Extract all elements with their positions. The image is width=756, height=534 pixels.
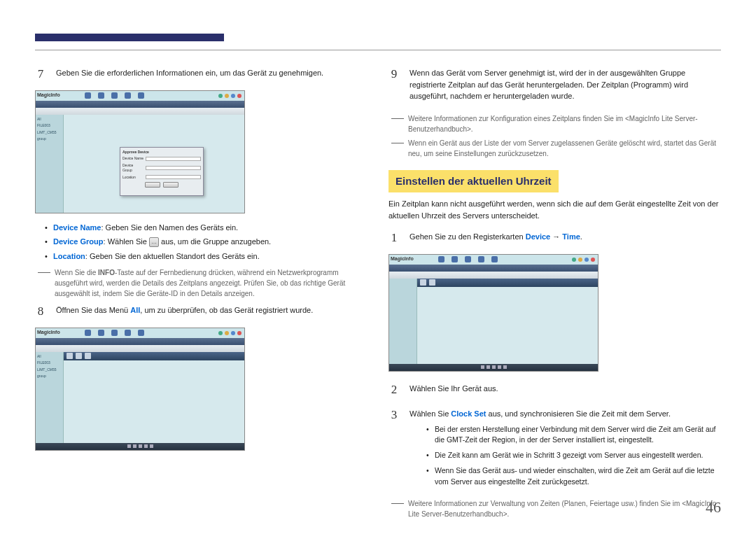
menu-bar — [36, 101, 244, 108]
main-toolbar — [417, 279, 598, 287]
pagination-footer — [36, 443, 244, 450]
step-number: 7 — [35, 64, 46, 83]
sidebar-item: FILE003 — [37, 123, 62, 129]
sidebar: All FILE003 LIMT_CM55 group — [36, 115, 64, 213]
location-input[interactable] — [146, 175, 201, 179]
step7-bullets: Device Name: Geben Sie den Namen des Ger… — [45, 222, 368, 262]
header-rule — [35, 50, 721, 50]
status-dots — [218, 331, 241, 335]
step-number: 2 — [388, 380, 400, 399]
devicegroup-input[interactable] — [146, 166, 201, 170]
main-area: Approve Device Device Name Device Group … — [64, 115, 244, 213]
toolbar-icon[interactable] — [429, 279, 435, 286]
status-dots — [572, 258, 595, 262]
step-7: 7 Geben Sie die erforderlichen Informati… — [35, 64, 368, 83]
cancel-button[interactable] — [163, 182, 178, 188]
main-area — [64, 352, 244, 450]
browse-icon[interactable]: … — [149, 237, 159, 247]
dash-icon — [391, 143, 404, 143]
bullet-device-group: Device Group: Wählen Sie … aus, um die G… — [45, 236, 368, 248]
bullet-device-name: Device Name: Geben Sie den Namen des Ger… — [45, 222, 368, 234]
toolbar-icon[interactable] — [85, 353, 91, 359]
sub-bar — [36, 345, 244, 352]
step-t1-text: Gehen Sie zu den Registerkarten Device →… — [410, 231, 721, 243]
note-schedule-config: Weitere Informationen zur Konfiguration … — [391, 113, 721, 134]
step-number: 3 — [388, 405, 400, 424]
dash-icon — [38, 272, 50, 273]
app-logo: MagicInfo — [37, 329, 60, 337]
menu-bar — [389, 265, 598, 272]
sidebar: All FILE003 LIMT_CM55 group — [36, 352, 64, 450]
step-9-text: Wenn das Gerät vom Server genehmigt ist,… — [410, 67, 721, 102]
pagination-footer — [389, 364, 598, 371]
section-heading-time: Einstellen der aktuellen Uhrzeit — [388, 170, 559, 193]
step-time-1: 1 Gehen Sie zu den Registerkarten Device… — [388, 228, 721, 247]
top-nav-icons — [85, 92, 144, 99]
menu-bar — [36, 338, 244, 345]
app-logo: MagicInfo — [37, 92, 60, 99]
step-time-3: 3 Wählen Sie Clock Set aus, und synchron… — [388, 405, 721, 491]
time-intro: Ein Zeitplan kann nicht ausgeführt werde… — [388, 198, 721, 221]
step-t3-bullets: Bei der ersten Herstellung einer Verbind… — [426, 424, 721, 488]
dash-icon — [391, 503, 404, 504]
step-9: 9 Wenn das Gerät vom Server genehmigt is… — [388, 64, 721, 106]
right-column: 9 Wenn das Gerät vom Server genehmigt is… — [388, 64, 721, 522]
step-8: 8 Öffnen Sie das Menü All, um zu überprü… — [35, 302, 368, 321]
approve-modal: Approve Device Device Name Device Group … — [120, 147, 204, 196]
sidebar — [389, 279, 417, 371]
step-7-text: Geben Sie die erforderlichen Information… — [56, 67, 368, 79]
bullet-server-set: Die Zeit kann am Gerät wie in Schritt 3 … — [426, 450, 721, 461]
screenshot-approve-device: MagicInfo All FILE003 LIMT_CM55 group Ap… — [35, 90, 245, 213]
left-column: 7 Geben Sie die erforderlichen Informati… — [35, 64, 368, 522]
app-logo: MagicInfo — [391, 255, 414, 263]
step-t3-text: Wählen Sie Clock Set aus, und synchronis… — [410, 408, 721, 420]
toolbar-icon[interactable] — [76, 353, 82, 359]
sidebar-item: LIMT_CM55 — [37, 130, 62, 136]
sub-bar — [389, 272, 598, 279]
step-number: 8 — [35, 302, 46, 321]
sub-bar — [36, 108, 244, 115]
step-8-text: Öffnen Sie das Menü All, um zu überprüfe… — [56, 304, 368, 316]
step-number: 9 — [388, 64, 400, 83]
main-toolbar — [64, 352, 244, 360]
toolbar-icon[interactable] — [66, 353, 73, 359]
top-nav-icons — [85, 330, 144, 336]
step-time-2: 2 Wählen Sie Ihr Gerät aus. — [388, 380, 721, 399]
screenshot-all-menu: MagicInfo All FILE003 LIMT_CM55 group — [35, 328, 245, 451]
ok-button[interactable] — [145, 182, 160, 188]
status-dots — [218, 94, 241, 98]
bullet-restart: Wenn Sie das Gerät aus- und wieder einsc… — [426, 465, 721, 488]
top-nav-icons — [438, 256, 498, 262]
sidebar-item: group — [37, 136, 62, 142]
step-number: 1 — [388, 228, 400, 247]
bullet-gmt: Bei der ersten Herstellung einer Verbind… — [426, 424, 721, 447]
screenshot-device-time: MagicInfo — [388, 254, 598, 372]
note-time-manage: Weitere Informationen zur Verwaltung von… — [391, 498, 721, 519]
main-area — [417, 279, 598, 371]
header-bar — [35, 34, 224, 41]
dash-icon — [391, 118, 404, 119]
step-t2-text: Wählen Sie Ihr Gerät aus. — [410, 383, 721, 395]
note-device-delete: Wenn ein Gerät aus der Liste der vom Ser… — [391, 138, 721, 159]
toolbar-icon[interactable] — [420, 279, 426, 286]
devicename-input[interactable] — [146, 157, 201, 161]
sidebar-item: All — [37, 117, 62, 122]
step7-note: Wenn Sie die INFO-Taste auf der Fernbedi… — [38, 267, 368, 299]
bullet-location: Location: Geben Sie den aktuellen Stando… — [45, 251, 368, 262]
page-number: 46 — [706, 496, 721, 519]
